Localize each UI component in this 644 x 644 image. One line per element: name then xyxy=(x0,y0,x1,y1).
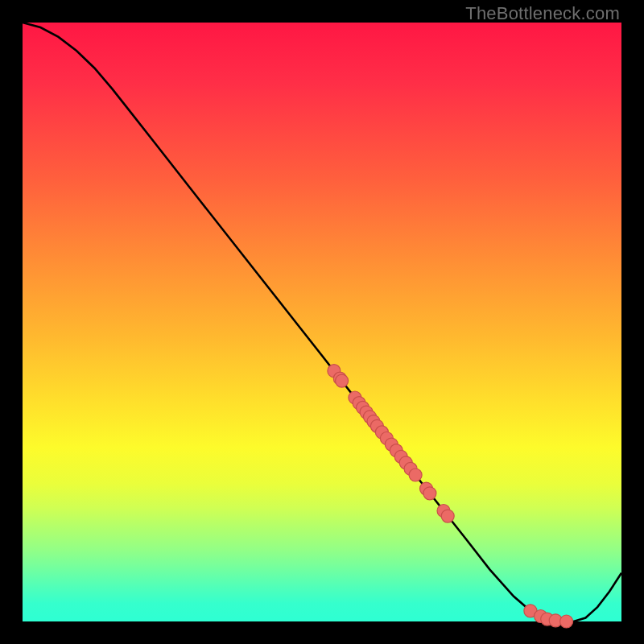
curve-marker xyxy=(560,615,573,628)
curve-markers xyxy=(328,365,573,628)
curve-marker xyxy=(409,469,422,481)
curve-marker xyxy=(336,374,349,387)
chart-svg xyxy=(23,23,621,621)
bottleneck-curve xyxy=(23,23,621,621)
watermark-text: TheBottleneck.com xyxy=(465,3,620,24)
curve-marker xyxy=(441,510,454,522)
curve-marker xyxy=(423,487,436,500)
